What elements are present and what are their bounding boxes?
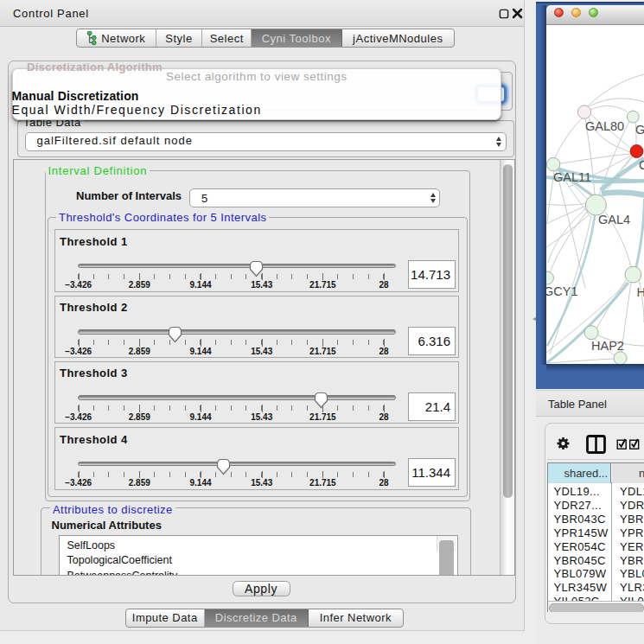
svg-text:GAL11: GAL11 — [553, 169, 591, 183]
svg-text:GCY1: GCY1 — [546, 284, 578, 297]
svg-text:GA: GA — [635, 123, 644, 137]
svg-text:H: H — [636, 285, 644, 299]
svg-text:C: C — [639, 158, 644, 172]
svg-text:GAL80: GAL80 — [585, 118, 624, 132]
svg-text:GAL4: GAL4 — [598, 212, 630, 226]
svg-text:HAP2: HAP2 — [591, 339, 624, 353]
